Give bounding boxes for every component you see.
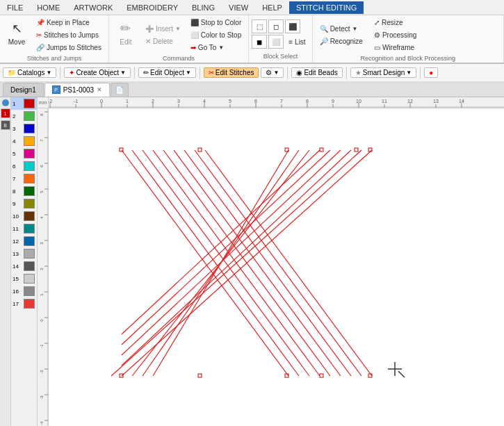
block-list-button[interactable]: ≡ List (285, 35, 309, 49)
svg-text:-1: -1 (40, 344, 44, 348)
catalogs-button[interactable]: 📁 Catalogs ▼ (3, 67, 56, 78)
view-controls-panel: 1 B (0, 97, 11, 426)
color-row-9[interactable]: 9 (11, 197, 37, 210)
processing-button[interactable]: ⚙ Processing (370, 29, 421, 41)
view-btn-1[interactable]: 1 (1, 108, 10, 118)
stop-to-color-button[interactable]: ⬛ Stop to Color (186, 17, 245, 28)
color-row-3[interactable]: 3 (11, 122, 37, 135)
color-swatch-7 (24, 174, 35, 183)
svg-text:4: 4 (203, 99, 206, 104)
edit-beads-button[interactable]: ◉ Edit Beads (291, 67, 342, 78)
tab-new[interactable]: 📄 (111, 83, 129, 97)
svg-text:13: 13 (433, 99, 439, 104)
jumps-to-stitches-button[interactable]: 🔗 Jumps to Stitches (32, 42, 106, 54)
color-row-11[interactable]: 11 (11, 222, 37, 235)
edit-object-button[interactable]: ✏ Edit Object ▼ (138, 67, 196, 78)
color-swatch-12 (24, 236, 35, 246)
tab-close-icon[interactable]: ✕ (97, 86, 102, 93)
svg-text:2: 2 (152, 99, 154, 104)
svg-text:-3: -3 (40, 395, 44, 400)
delete-button[interactable]: ✕ Delete (141, 35, 185, 47)
design1-label: Design1 (10, 86, 36, 94)
color-row-12[interactable]: 12 (11, 235, 37, 247)
block-select-btn-4[interactable]: ◼ (252, 35, 267, 49)
detect-button[interactable]: 🔍 Detect ▼ (316, 23, 367, 35)
record-button[interactable]: ● (424, 67, 438, 78)
color-row-15[interactable]: 15 (11, 272, 37, 285)
menu-bling[interactable]: BLING (185, 1, 222, 14)
tab-ps1-0003[interactable]: P PS1-0003 ✕ (44, 83, 110, 97)
color-row-10[interactable]: 10 (11, 210, 37, 222)
menu-stitch-editing[interactable]: STITCH EDITING (289, 1, 364, 14)
menu-embroidery[interactable]: EMBROIDERY (120, 1, 185, 14)
edit-stitches-settings-button[interactable]: ⚙ ▼ (261, 67, 284, 78)
block-select-btn-5[interactable]: ⬜ (268, 35, 284, 49)
svg-text:3: 3 (177, 99, 180, 104)
block-select-btn-3[interactable]: ⬛ (285, 19, 300, 33)
color-list: 1 2 3 4 5 6 7 (11, 97, 37, 426)
color-swatch-11 (24, 224, 35, 234)
svg-text:1: 1 (126, 99, 129, 104)
color-row-2[interactable]: 2 (11, 110, 37, 122)
menu-help[interactable]: HELP (255, 1, 289, 14)
drawing-canvas[interactable] (49, 108, 504, 426)
menu-home[interactable]: HOME (30, 1, 67, 14)
svg-text:0: 0 (40, 319, 44, 322)
svg-text:4: 4 (40, 216, 44, 219)
edit-stitches-button[interactable]: ✂ Edit Stitches (204, 67, 259, 78)
svg-text:10: 10 (356, 99, 361, 104)
wireframe-button[interactable]: ▭ Wireframe (370, 42, 421, 54)
color-to-stop-button[interactable]: ⬜ Color to Stop (186, 29, 245, 41)
svg-text:11: 11 (382, 99, 387, 104)
color-row-14[interactable]: 14 (11, 260, 37, 272)
sep4 (287, 67, 288, 79)
color-row-6[interactable]: 6 (11, 160, 37, 172)
recognize-button[interactable]: 🔎 Recognize (316, 35, 367, 47)
color-swatch-5 (24, 149, 35, 158)
svg-text:7: 7 (40, 139, 44, 142)
menu-view[interactable]: VIEW (222, 1, 255, 14)
sep6 (420, 67, 421, 79)
move-icon: ↖ (12, 21, 22, 36)
color-row-5[interactable]: 5 (11, 147, 37, 160)
canvas-area: mm -2 -1 0 1 (38, 97, 504, 426)
tab-design1[interactable]: Design1 (3, 83, 44, 97)
stitches-to-jumps-button[interactable]: ✂ Stitches to Jumps (32, 29, 106, 41)
resize-button[interactable]: ⤢ Resize (370, 17, 421, 28)
block-select-btn-2[interactable]: ◻ (268, 19, 284, 33)
main-toolbar: 📁 Catalogs ▼ ✦ Create Object ▼ ✏ Edit Ob… (0, 64, 504, 82)
color-row-16[interactable]: 16 (11, 285, 37, 297)
view-btn-circle[interactable] (2, 99, 9, 106)
color-row-13[interactable]: 13 (11, 247, 37, 260)
svg-text:1: 1 (40, 293, 44, 296)
create-object-button[interactable]: ✦ Create Object ▼ (64, 67, 131, 78)
svg-text:-4: -4 (40, 421, 44, 425)
go-to-button[interactable]: ➡ Go To ▼ (186, 42, 245, 54)
ruler-horizontal: -2 -1 0 1 2 3 4 5 (49, 97, 504, 108)
color-row-17[interactable]: 17 (11, 297, 37, 310)
wireframe-icon: ▭ (374, 44, 380, 51)
color-stop-icon: ⬜ (190, 31, 199, 39)
color-row-8[interactable]: 8 (11, 185, 37, 197)
menu-file[interactable]: FILE (0, 1, 30, 14)
menu-artwork[interactable]: ARTWORK (67, 1, 120, 14)
svg-text:5: 5 (229, 99, 231, 104)
ruler-corner: mm (38, 97, 49, 108)
color-swatch-3 (24, 124, 35, 133)
smart-design-button[interactable]: ★ Smart Design ▼ (350, 67, 417, 78)
resize-icon: ⤢ (374, 19, 380, 26)
color-row-4[interactable]: 4 (11, 135, 37, 147)
detect-icon: 🔍 (320, 25, 328, 33)
color-row-1[interactable]: 1 (11, 97, 37, 110)
dropdown-icon4: ▼ (406, 69, 412, 76)
svg-text:0: 0 (100, 99, 103, 104)
delete-icon: ✕ (145, 38, 151, 45)
block-select-btn-1[interactable]: ⬚ (252, 19, 267, 33)
keep-in-place-button[interactable]: 📌 Keep in Place (32, 17, 106, 28)
view-btn-b[interactable]: B (1, 120, 10, 130)
svg-text:8: 8 (40, 113, 44, 116)
insert-button[interactable]: ➕ Insert ▼ (141, 23, 185, 35)
edit-button[interactable]: ✏ Edit (112, 17, 140, 54)
color-row-7[interactable]: 7 (11, 172, 37, 185)
move-button[interactable]: ↖ Move (3, 17, 31, 54)
